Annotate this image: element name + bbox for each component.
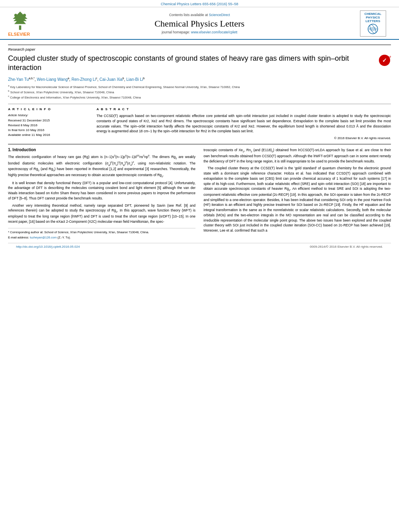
final-form-date: In final form 10 May 2016 <box>8 128 88 133</box>
article-info-abstract-area: A R T I C L E I N F O Article history: R… <box>8 104 391 140</box>
crossmark-badge: ✓ CrossMark <box>378 54 391 69</box>
svg-rect-0 <box>19 25 21 30</box>
article-info-heading: A R T I C L E I N F O <box>8 107 88 111</box>
journal-header: ELSEVIER Contents lists available at Sci… <box>0 7 399 40</box>
logo-line3: LETTERS <box>366 19 380 23</box>
body-right-col: troscopic constants of Xe2, Rn2 (and (E1… <box>204 148 391 240</box>
svg-point-5 <box>23 14 26 16</box>
contents-available-line: Contents lists available at ScienceDirec… <box>52 13 347 17</box>
author-1: Zhe-Yan Tua,b,* <box>8 77 35 82</box>
body-content: 1. Introduction The electronic configura… <box>8 144 391 240</box>
logo-icon <box>365 23 381 35</box>
sciencedirect-link[interactable]: ScienceDirect <box>209 13 230 17</box>
elsevier-brand-text: ELSEVIER <box>8 32 30 37</box>
journal-citation: Chemical Physics Letters 655-656 (2016) … <box>161 2 239 6</box>
svg-text:CrossMark: CrossMark <box>382 55 391 59</box>
history-label: Article history: <box>8 113 88 117</box>
elsevier-logo: ELSEVIER <box>8 11 44 37</box>
article-info-col: A R T I C L E I N F O Article history: R… <box>8 107 88 140</box>
abstract-col: A B S T R A C T The CCSD(T) approach bas… <box>97 107 391 140</box>
paper-title-area: Coupled cluster study of spectroscopic c… <box>8 54 391 73</box>
journal-url[interactable]: www.elsevier.com/locate/cplett <box>191 30 237 34</box>
author-4: Cai-Juan Xiab <box>99 77 124 82</box>
paper-type-label: Research paper <box>8 45 391 51</box>
footnotes: * Corresponding author at: School of Sci… <box>8 228 195 240</box>
bottom-bar: http://dx.doi.org/10.1016/j.cplett.2016.… <box>8 243 391 250</box>
svg-point-4 <box>14 14 17 16</box>
issn-bottom: 0009-2614/© 2016 Elsevier B.V. All right… <box>310 245 383 249</box>
main-content: Research paper Coupled cluster study of … <box>0 40 399 254</box>
author-5: Lian-Bi Lib <box>126 77 145 82</box>
revised-date: Revised 8 May 2016 <box>8 123 88 128</box>
affil-b: b School of Science, Xi'an Polytechnic U… <box>8 89 391 94</box>
logo-line1: CHEMICAL <box>364 12 381 16</box>
section1-heading: 1. Introduction <box>8 148 195 152</box>
logo-line2: PHYSICS <box>366 16 380 19</box>
affil-c: c College of Electronics and Information… <box>8 94 391 100</box>
doi-bottom[interactable]: http://dx.doi.org/10.1016/j.cplett.2016.… <box>16 245 80 249</box>
journal-logo-area: CHEMICAL PHYSICS LETTERS <box>355 10 391 37</box>
journal-title-area: Contents lists available at ScienceDirec… <box>44 13 355 34</box>
received-date: Received 31 December 2015 <box>8 118 88 123</box>
authors-line: Zhe-Yan Tua,b,*, Wen-Liang Wanga, Ren-Zh… <box>8 77 391 82</box>
body-left-col: 1. Introduction The electronic configura… <box>8 148 195 240</box>
page: Chemical Physics Letters 655-656 (2016) … <box>0 0 399 532</box>
elsevier-tree-icon <box>8 11 32 31</box>
author-2: Wen-Liang Wanga <box>37 77 69 82</box>
elsevier-logo-area: ELSEVIER <box>8 11 44 37</box>
footnote-corresponding: * Corresponding author at: School of Sci… <box>8 230 195 235</box>
affiliations-block: a Key Laboratory for Macromolecular Scie… <box>8 84 391 100</box>
body-para-right-2: The coupled cluster theory at the CCSD(T… <box>204 166 391 233</box>
body-two-col: 1. Introduction The electronic configura… <box>8 148 391 240</box>
footnote-email: E-mail address: tuzheyan@126.com (Z.-Y. … <box>8 236 195 240</box>
journal-name: Chemical Physics Letters <box>52 18 347 29</box>
body-para-2: It is well known that density functional… <box>8 181 195 201</box>
body-para-1: The electronic configuration of heavy ra… <box>8 154 195 178</box>
abstract-heading: A B S T R A C T <box>97 107 391 111</box>
author-3: Ren-Zhong Lic <box>72 77 97 82</box>
journal-logo-box: CHEMICAL PHYSICS LETTERS <box>360 10 386 37</box>
email-link[interactable]: tuzheyan@126.com <box>30 236 57 239</box>
article-info-content: Article history: Received 31 December 20… <box>8 113 88 138</box>
body-para-right-1: troscopic constants of Xe2, Rn2 (and (E1… <box>204 148 391 164</box>
affil-a: a Key Laboratory for Macromolecular Scie… <box>8 84 391 89</box>
journal-homepage-line: journal homepage: www.elsevier.com/locat… <box>52 30 347 34</box>
abstract-copyright: © 2016 Elsevier B.V. All rights reserved… <box>97 136 391 140</box>
body-para-3: Another very interesting theoretical met… <box>8 203 195 224</box>
abstract-text: The CCSD(T) approach based on two-compon… <box>97 113 391 134</box>
available-online-date: Available online 11 May 2016 <box>8 133 88 138</box>
journal-header-bar: Chemical Physics Letters 655-656 (2016) … <box>0 0 399 7</box>
paper-title-text: Coupled cluster study of spectroscopic c… <box>8 54 378 73</box>
